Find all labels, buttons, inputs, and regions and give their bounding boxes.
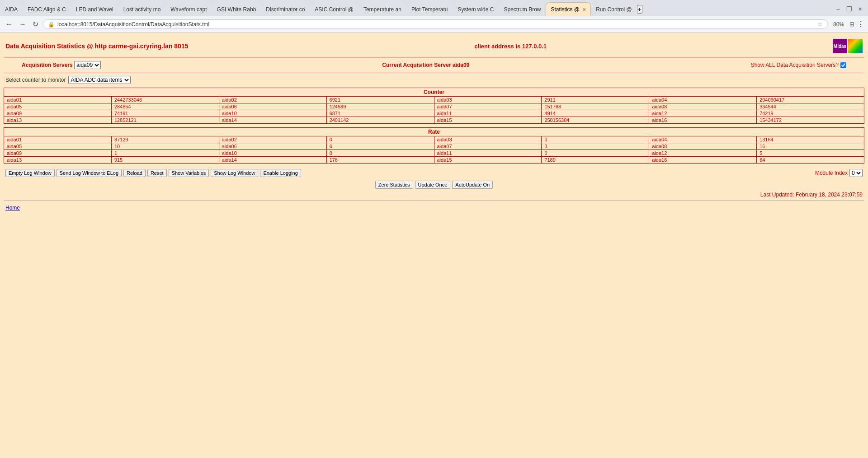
tab-label: Waveform capt <box>170 6 207 13</box>
restore-button[interactable]: ❐ <box>844 5 854 14</box>
tab-asic[interactable]: ASIC Control @ <box>310 2 359 16</box>
counter-row-2: aida05 284854 aida06 124589 aida07 15176… <box>4 103 864 110</box>
forward-button[interactable]: → <box>17 19 28 29</box>
auto-update-button[interactable]: AutoUpdate On <box>452 181 493 189</box>
rate-aida01-value: 87129 <box>112 136 219 143</box>
tab-lost[interactable]: Lost activity mo <box>118 2 166 16</box>
show-variables-button[interactable]: Show Variables <box>169 169 209 177</box>
counter-aida13-label: aida13 <box>4 117 112 123</box>
counter-aida14-value: 2401142 <box>327 117 434 123</box>
buttons-right: Module Index 0 <box>815 169 863 177</box>
counter-aida02-value: 6921 <box>327 97 434 103</box>
counter-aida10-value: 6871 <box>327 110 434 117</box>
close-window-button[interactable]: × <box>856 5 864 14</box>
show-all-label: Show ALL Data Acquisition Servers? <box>751 62 839 68</box>
server-select[interactable]: aida09 <box>74 61 101 69</box>
address-box[interactable]: 🔒 localhost:8015/DataAcquisitionControl/… <box>43 19 828 29</box>
tab-label: GSI White Rabb <box>217 6 256 13</box>
tab-bar: AIDA FADC Align & C LED and Wavel Lost a… <box>0 0 868 16</box>
reload-page-button[interactable]: ↻ <box>31 19 40 29</box>
page-content: Data Acquisition Statistics @ http carme… <box>0 33 868 216</box>
rate-aida09-value: 1 <box>112 150 219 156</box>
counter-aida05-label: aida05 <box>4 103 112 110</box>
page-title: Data Acquisition Statistics @ http carme… <box>5 42 188 50</box>
counter-aida12-label: aida12 <box>649 110 757 117</box>
send-log-button[interactable]: Send Log Window to ELog <box>57 169 122 177</box>
counter-aida08-label: aida08 <box>649 103 757 110</box>
tab-label: Lost activity mo <box>123 6 161 13</box>
counter-aida14-label: aida14 <box>219 117 327 123</box>
rate-aida03-label: aida03 <box>434 136 542 143</box>
show-all-servers: Show ALL Data Acquisition Servers? <box>751 62 846 68</box>
server-row: Acquisition Servers aida09 Current Acqui… <box>4 58 864 72</box>
tab-waveform[interactable]: Waveform capt <box>165 2 212 16</box>
tab-aida[interactable]: AIDA <box>0 2 23 16</box>
show-all-checkbox[interactable] <box>840 62 846 68</box>
empty-log-button[interactable]: Empty Log Window <box>5 169 55 177</box>
module-index-label: Module Index <box>815 170 848 176</box>
bookmark-icon[interactable]: ☆ <box>817 21 823 28</box>
tab-system[interactable]: System wide C <box>453 2 499 16</box>
rate-aida08-value: 16 <box>757 143 864 150</box>
enable-logging-button[interactable]: Enable Logging <box>260 169 301 177</box>
rate-aida07-value: 3 <box>542 143 649 150</box>
close-icon[interactable]: × <box>582 6 586 13</box>
rate-aida02-label: aida02 <box>219 136 327 143</box>
tab-label: Plot Temperatu <box>411 6 448 13</box>
counter-aida10-label: aida10 <box>219 110 327 117</box>
url-text: localhost:8015/DataAcquisitionControl/Da… <box>57 21 815 28</box>
tab-run-control[interactable]: Run Control @ <box>591 2 637 16</box>
counter-aida09-value: 74191 <box>112 110 219 117</box>
tab-plot[interactable]: Plot Temperatu <box>406 2 453 16</box>
tab-disc[interactable]: Discriminator co <box>261 2 310 16</box>
extensions-icon[interactable]: ⊞ <box>849 21 854 28</box>
rate-aida12-value: 5 <box>757 150 864 156</box>
tab-label: Run Control @ <box>596 6 632 13</box>
module-index-select[interactable]: 0 <box>849 169 863 177</box>
counter-type-select[interactable]: AIDA ADC data items <box>68 76 131 84</box>
tab-label: Discriminator co <box>266 6 305 13</box>
header-divider <box>4 57 864 57</box>
rate-aida12-label: aida12 <box>649 150 757 156</box>
counter-aida07-value: 151768 <box>542 103 649 110</box>
footer-divider <box>4 201 864 201</box>
rate-aida03-value: 0 <box>542 136 649 143</box>
counter-aida15-value: 258156304 <box>542 117 649 123</box>
counter-section: Counter aida01 2442733046 aida02 6921 ai… <box>4 88 864 124</box>
tab-gsi[interactable]: GSI White Rabb <box>212 2 261 16</box>
buttons-left: Empty Log Window Send Log Window to ELog… <box>5 169 301 177</box>
tab-label: LED and Wavel <box>76 6 113 13</box>
rate-aida16-label: aida16 <box>649 157 757 163</box>
rate-section: Rate aida01 87129 aida02 0 aida03 0 aida… <box>4 127 864 164</box>
acquisition-servers-label: Acquisition Servers <box>22 62 73 68</box>
more-options-icon[interactable]: ⋮ <box>857 20 864 28</box>
reset-button[interactable]: Reset <box>147 169 167 177</box>
rate-aida10-label: aida10 <box>219 150 327 156</box>
back-button[interactable]: ← <box>4 19 14 29</box>
new-tab-button[interactable]: + <box>637 5 642 14</box>
home-link[interactable]: Home <box>4 203 22 213</box>
reload-button[interactable]: Reload <box>123 169 146 177</box>
counter-section-header: Counter <box>4 88 864 97</box>
show-log-window-button[interactable]: Show Log Window <box>211 169 258 177</box>
tab-spectrum[interactable]: Spectrum Brow <box>499 2 546 16</box>
rate-aida06-value: 6 <box>327 143 434 150</box>
rate-aida04-label: aida04 <box>649 136 757 143</box>
tab-statistics[interactable]: Statistics @ × <box>546 2 591 16</box>
counter-aida01-value: 2442733046 <box>112 97 219 103</box>
tab-label: Statistics @ <box>551 6 580 13</box>
rate-row-2: aida05 10 aida06 6 aida07 3 aida08 16 <box>4 143 864 150</box>
tab-temp[interactable]: Temperature an <box>359 2 406 16</box>
counter-select-row: Select counter to monitor AIDA ADC data … <box>4 74 864 86</box>
tab-fadc[interactable]: FADC Align & C <box>23 2 71 16</box>
rate-aida13-value: 915 <box>112 157 219 163</box>
minimize-button[interactable]: − <box>834 5 842 14</box>
counter-aida11-label: aida11 <box>434 110 542 117</box>
counter-aida07-label: aida07 <box>434 103 542 110</box>
counter-aida04-label: aida04 <box>649 97 757 103</box>
tab-led[interactable]: LED and Wavel <box>71 2 118 16</box>
zero-statistics-button[interactable]: Zero Statistics <box>375 181 413 189</box>
rate-aida16-value: 64 <box>757 157 864 163</box>
rate-aida04-value: 13164 <box>757 136 864 143</box>
update-once-button[interactable]: Update Once <box>415 181 451 189</box>
